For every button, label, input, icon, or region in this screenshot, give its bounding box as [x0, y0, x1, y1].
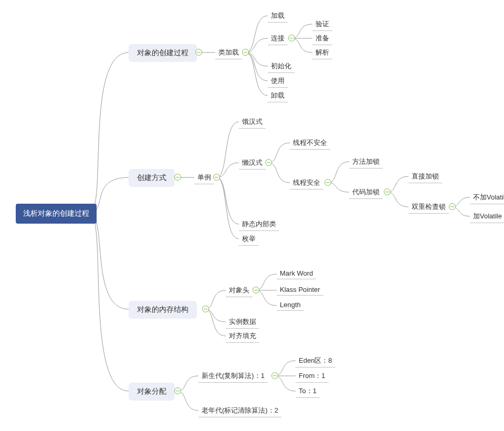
root-label: 浅析对象的创建过程 [23, 209, 89, 217]
node-thread-safe[interactable]: 线程安全 [290, 176, 323, 190]
leaf-label: 对齐填充 [229, 332, 256, 340]
root-node[interactable]: 浅析对象的创建过程 [16, 204, 97, 224]
leaf-label: 连接 [271, 34, 285, 42]
collapse-icon[interactable] [174, 387, 181, 394]
collapse-icon[interactable] [213, 174, 220, 181]
node-volatile[interactable]: 加Volatile [470, 210, 504, 223]
collapse-icon[interactable] [265, 159, 272, 166]
collapse-icon[interactable] [324, 179, 331, 186]
leaf-label: 解析 [316, 48, 329, 56]
node-use[interactable]: 使用 [268, 75, 288, 88]
leaf-label: To：1 [299, 387, 317, 395]
node-static-inner[interactable]: 静态内部类 [239, 218, 279, 231]
node-mark-word[interactable]: Mark Word [277, 268, 316, 279]
node-init[interactable]: 初始化 [268, 60, 295, 73]
node-singleton[interactable]: 单例 [194, 171, 214, 184]
node-code-lock[interactable]: 代码加锁 [349, 186, 383, 199]
leaf-label: 初始化 [271, 62, 291, 70]
branch-memory-structure[interactable]: 对象的内存结构 [129, 301, 197, 319]
node-verify[interactable]: 验证 [312, 18, 332, 31]
node-lazy[interactable]: 懒汉式 [239, 156, 266, 170]
leaf-label: 类加载 [218, 48, 239, 56]
leaf-label: 线程不安全 [293, 139, 327, 146]
node-to[interactable]: To：1 [296, 385, 320, 398]
branch-allocation[interactable]: 对象分配 [129, 383, 175, 401]
collapse-icon[interactable] [242, 49, 249, 56]
node-eager[interactable]: 饿汉式 [239, 115, 266, 129]
node-classload[interactable]: 类加载 [215, 46, 242, 59]
node-object-header[interactable]: 对象头 [226, 284, 253, 297]
leaf-label: 老年代(标记清除算法)：2 [202, 406, 278, 414]
node-from[interactable]: From：1 [296, 370, 329, 383]
node-link[interactable]: 连接 [268, 32, 288, 45]
node-method-lock[interactable]: 方法加锁 [349, 155, 383, 169]
node-eden[interactable]: Eden区：8 [296, 354, 335, 367]
leaf-label: 卸载 [271, 91, 285, 99]
collapse-icon[interactable] [174, 174, 181, 181]
branch-label: 对象的创建过程 [137, 48, 188, 57]
node-thread-unsafe[interactable]: 线程不安全 [290, 136, 330, 150]
leaf-label: 对象头 [229, 286, 249, 294]
node-unload[interactable]: 卸载 [268, 89, 288, 102]
node-instance-data[interactable]: 实例数据 [226, 316, 259, 329]
leaf-label: 饿汉式 [242, 118, 262, 125]
branch-label: 创建方式 [137, 173, 166, 182]
branch-creation-process[interactable]: 对象的创建过程 [129, 44, 197, 62]
leaf-label: 直接加锁 [412, 172, 439, 180]
node-load[interactable]: 加载 [268, 9, 288, 23]
collapse-icon[interactable] [271, 372, 278, 379]
leaf-label: 使用 [271, 77, 285, 85]
node-no-volatile[interactable]: 不加Volatile [470, 191, 504, 204]
node-dcl[interactable]: 双重检查锁 [408, 201, 449, 214]
leaf-label: 线程安全 [293, 178, 320, 186]
leaf-label: 静态内部类 [242, 220, 276, 228]
collapse-icon[interactable] [288, 35, 295, 41]
node-padding[interactable]: 对齐填充 [226, 330, 259, 343]
leaf-label: 枚举 [242, 235, 256, 243]
leaf-label: From：1 [299, 372, 326, 380]
branch-label: 对象的内存结构 [137, 305, 188, 313]
leaf-label: 不加Volatile [473, 193, 504, 201]
node-resolve[interactable]: 解析 [312, 46, 332, 59]
collapse-icon[interactable] [449, 203, 456, 210]
leaf-label: 准备 [316, 34, 329, 42]
node-length[interactable]: Length [277, 299, 304, 311]
leaf-label: Mark Word [280, 269, 313, 277]
leaf-label: 加载 [271, 12, 285, 19]
leaf-label: 懒汉式 [242, 159, 262, 166]
node-direct-lock[interactable]: 直接加锁 [408, 170, 442, 183]
leaf-label: Length [280, 301, 301, 309]
branch-label: 对象分配 [137, 387, 166, 395]
node-old-gen[interactable]: 老年代(标记清除算法)：2 [198, 404, 281, 417]
collapse-icon[interactable] [202, 306, 209, 312]
leaf-label: 双重检查锁 [412, 203, 446, 211]
leaf-label: 方法加锁 [352, 157, 380, 165]
collapse-icon[interactable] [195, 49, 202, 56]
collapse-icon[interactable] [253, 287, 259, 293]
leaf-label: 加Volatile [473, 212, 502, 220]
leaf-label: 验证 [316, 20, 329, 28]
leaf-label: 新生代(复制算法)：1 [202, 372, 265, 380]
leaf-label: 单例 [197, 173, 211, 181]
node-klass-pointer[interactable]: Klass Pointer [277, 284, 323, 296]
branch-creation-mode[interactable]: 创建方式 [129, 169, 175, 187]
leaf-label: Eden区：8 [299, 356, 332, 364]
node-young-gen[interactable]: 新生代(复制算法)：1 [198, 370, 268, 383]
leaf-label: Klass Pointer [280, 286, 320, 293]
collapse-icon[interactable] [384, 188, 391, 195]
leaf-label: 实例数据 [229, 318, 256, 325]
node-prepare[interactable]: 准备 [312, 32, 332, 45]
node-enum[interactable]: 枚举 [239, 233, 259, 246]
leaf-label: 代码加锁 [352, 188, 380, 196]
